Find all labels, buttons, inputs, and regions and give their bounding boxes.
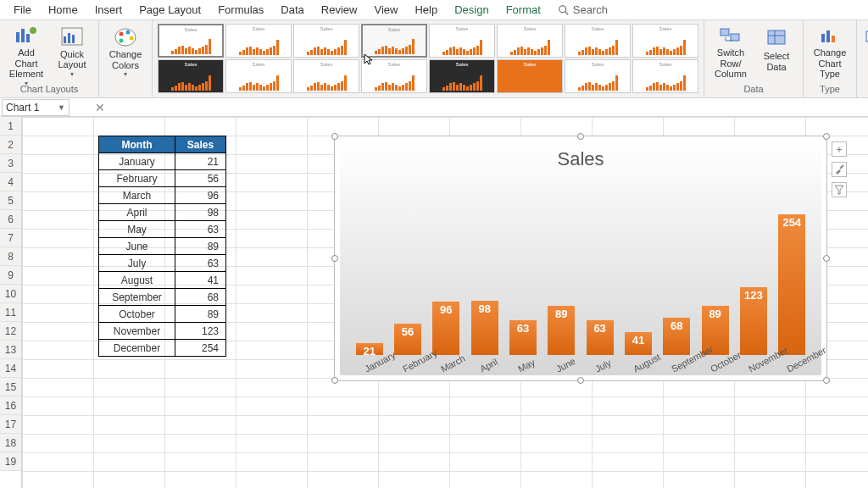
row-header[interactable]: 1	[0, 117, 21, 136]
resize-handle[interactable]	[331, 133, 338, 140]
chart-bar[interactable]: 123	[740, 287, 767, 355]
row-header[interactable]: 14	[0, 359, 21, 378]
chart-style-thumb[interactable]: Sales	[293, 24, 359, 58]
row-header[interactable]: 4	[0, 173, 21, 191]
table-row[interactable]: January21	[99, 153, 226, 170]
menu-home[interactable]: Home	[40, 1, 86, 19]
row-header[interactable]: 2	[0, 136, 21, 154]
chart-bar[interactable]: 63	[587, 320, 614, 355]
name-box[interactable]: Chart 1 ▼	[2, 99, 70, 116]
menu-help[interactable]: Help	[406, 1, 446, 19]
chart-style-thumb[interactable]: Sales	[361, 59, 427, 93]
cell-month[interactable]: June	[99, 238, 175, 255]
row-header[interactable]: 11	[0, 303, 21, 322]
chart-style-thumb[interactable]: Sales	[632, 24, 698, 58]
chart-bar[interactable]: 41	[625, 332, 652, 355]
cell-sales[interactable]: 21	[175, 153, 226, 170]
menu-format[interactable]: Format	[498, 1, 549, 19]
cell-sales[interactable]: 41	[175, 272, 226, 289]
table-row[interactable]: July63	[99, 255, 226, 272]
table-row[interactable]: October89	[99, 306, 226, 323]
row-header[interactable]: 19	[0, 452, 21, 471]
menu-page-layout[interactable]: Page Layout	[131, 1, 209, 19]
row-header[interactable]: 12	[0, 322, 21, 341]
resize-handle[interactable]	[823, 133, 830, 140]
col-header-sales[interactable]: Sales	[175, 136, 226, 153]
resize-handle[interactable]	[577, 377, 584, 384]
change-colors-button[interactable]: Change Colors▾	[104, 24, 147, 80]
row-header[interactable]: 16	[0, 396, 21, 415]
chart-style-thumb[interactable]: Sales	[158, 59, 224, 93]
move-chart-button[interactable]: M Ch	[862, 24, 868, 80]
cell-month[interactable]: April	[99, 204, 175, 221]
table-row[interactable]: April98	[99, 204, 226, 221]
row-header[interactable]: 5	[0, 191, 21, 210]
select-data-button[interactable]: Select Data	[755, 24, 798, 80]
cell-sales[interactable]: 123	[175, 323, 226, 340]
table-row[interactable]: February56	[99, 170, 226, 187]
cell-sales[interactable]: 98	[175, 204, 226, 221]
chart-bar[interactable]: 98	[471, 301, 498, 355]
chart-object[interactable]: Sales 21569698638963416889123254 January…	[334, 136, 827, 381]
chart-plot-area[interactable]: Sales 21569698638963416889123254 January…	[340, 141, 821, 375]
chart-style-thumb[interactable]: Sales	[158, 24, 224, 58]
chart-style-thumb[interactable]: Sales	[293, 59, 359, 93]
data-table[interactable]: Month Sales January21February56March96Ap…	[98, 136, 226, 357]
table-row[interactable]: September68	[99, 289, 226, 306]
cell-sales[interactable]: 89	[175, 238, 226, 255]
cell-month[interactable]: November	[99, 323, 175, 340]
cell-sales[interactable]: 56	[175, 170, 226, 187]
chart-bar[interactable]: 21	[356, 343, 383, 355]
cell-sales[interactable]: 68	[175, 289, 226, 306]
menu-file[interactable]: File	[5, 1, 40, 19]
table-row[interactable]: November123	[99, 323, 226, 340]
search-box[interactable]: Search	[558, 3, 608, 16]
chart-bar[interactable]: 63	[509, 320, 537, 355]
add-chart-element-button[interactable]: Add Chart Element▾	[5, 24, 47, 80]
table-row[interactable]: August41	[99, 272, 226, 289]
chart-styles-gallery[interactable]: SalesSalesSalesSalesSalesSalesSalesSales…	[156, 22, 700, 96]
table-row[interactable]: December254	[99, 340, 226, 357]
cell-grid[interactable]: Month Sales January21February56March96Ap…	[22, 117, 868, 488]
chart-style-thumb[interactable]: Sales	[361, 24, 427, 58]
row-header[interactable]: 3	[0, 154, 21, 173]
col-header-month[interactable]: Month	[99, 136, 175, 153]
cell-sales[interactable]: 63	[175, 221, 226, 238]
row-header[interactable]: 13	[0, 341, 21, 359]
chart-style-thumb[interactable]: Sales	[565, 24, 631, 58]
resize-handle[interactable]	[823, 377, 830, 384]
chart-bar[interactable]: 254	[778, 214, 805, 355]
chart-bar[interactable]: 68	[663, 318, 690, 355]
change-chart-type-button[interactable]: Change Chart Type	[809, 24, 851, 80]
row-header[interactable]: 8	[0, 247, 21, 266]
cell-month[interactable]: July	[99, 255, 175, 272]
resize-handle[interactable]	[577, 133, 584, 140]
cell-month[interactable]: March	[99, 187, 175, 204]
chart-style-thumb[interactable]: Sales	[632, 59, 698, 93]
chart-bar[interactable]: 89	[548, 306, 575, 355]
menu-view[interactable]: View	[365, 1, 406, 19]
chart-elements-button[interactable]: ＋	[832, 141, 847, 157]
menu-insert[interactable]: Insert	[86, 1, 131, 19]
chart-style-thumb[interactable]: Sales	[565, 59, 631, 93]
chart-style-thumb[interactable]: Sales	[429, 24, 495, 58]
chart-style-thumb[interactable]: Sales	[497, 24, 563, 58]
cell-month[interactable]: January	[99, 153, 175, 170]
table-row[interactable]: May63	[99, 221, 226, 238]
resize-handle[interactable]	[331, 377, 338, 384]
worksheet[interactable]: 12345678910111213141516171819 Month Sale…	[0, 117, 868, 488]
menu-design[interactable]: Design	[446, 1, 497, 19]
chart-filters-button[interactable]	[832, 182, 847, 197]
cell-sales[interactable]: 254	[175, 340, 226, 357]
row-header[interactable]: 18	[0, 434, 21, 452]
cell-month[interactable]: December	[99, 340, 175, 357]
row-header[interactable]: 6	[0, 210, 21, 229]
cell-sales[interactable]: 96	[175, 187, 226, 204]
chart-title[interactable]: Sales	[340, 141, 821, 174]
chart-style-thumb[interactable]: Sales	[497, 59, 563, 93]
row-header[interactable]: 15	[0, 378, 21, 396]
cell-sales[interactable]: 89	[175, 306, 226, 323]
cancel-formula-button[interactable]: ✕	[95, 101, 105, 114]
row-header[interactable]: 17	[0, 415, 21, 434]
cell-month[interactable]: August	[99, 272, 175, 289]
